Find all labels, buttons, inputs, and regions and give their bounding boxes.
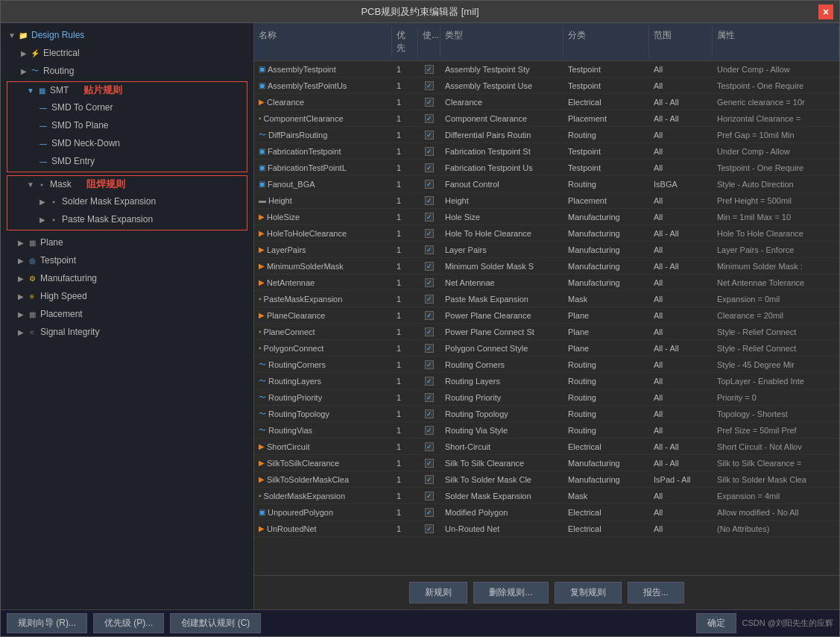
row-checkbox[interactable] xyxy=(425,295,434,304)
tree-item-routing[interactable]: ▶ 〜 Routing xyxy=(1,62,253,80)
tree-item-high-speed[interactable]: ▶ ≡ High Speed xyxy=(1,287,253,305)
tree-item-placement[interactable]: ▶ ▦ Placement xyxy=(1,305,253,323)
table-row[interactable]: 〜 RoutingPriority 1 Routing Priority Rou… xyxy=(254,389,839,406)
table-row[interactable]: ▶ NetAntennae 1 Net Antennae Manufacturi… xyxy=(254,274,839,291)
row-icon: 〜 xyxy=(259,360,266,370)
row-category: Testpoint xyxy=(563,80,649,92)
delete-rule-button[interactable]: 删除规则... xyxy=(473,582,548,603)
row-checkbox[interactable] xyxy=(425,524,434,533)
table-row[interactable]: ▪ ComponentClearance 1 Component Clearan… xyxy=(254,110,839,127)
table-row[interactable]: ▣ AssemblyTestpoint 1 Assembly Testpoint… xyxy=(254,61,839,78)
row-type: Hole To Hole Clearance xyxy=(440,228,563,239)
tree-item-testpoint[interactable]: ▶ ◎ Testpoint xyxy=(1,251,253,269)
table-row[interactable]: ▶ LayerPairs 1 Layer Pairs Manufacturing… xyxy=(254,242,839,258)
row-checkbox[interactable] xyxy=(425,377,434,386)
table-row[interactable]: ▶ HoleSize 1 Hole Size Manufacturing All… xyxy=(254,209,839,225)
close-button[interactable]: × xyxy=(818,4,833,19)
row-checkbox[interactable] xyxy=(425,442,434,451)
expand-icon: ▶ xyxy=(37,214,48,225)
expand-icon: ▶ xyxy=(16,273,26,283)
row-checkbox[interactable] xyxy=(425,492,434,501)
table-row[interactable]: ▶ SilkToSolderMaskClea 1 Silk To Solder … xyxy=(254,471,839,488)
copy-rule-button[interactable]: 复制规则 xyxy=(555,582,622,603)
table-row[interactable]: ▶ ShortCircuit 1 Short-Circuit Electrica… xyxy=(254,439,839,455)
row-checkbox[interactable] xyxy=(425,81,434,90)
tree-item-smd-corner[interactable]: — SMD To Corner xyxy=(7,98,247,116)
table-row[interactable]: ▬ Height 1 Height Placement All Pref Hei… xyxy=(254,192,839,209)
tree-item-electrical[interactable]: ▶ ⚡ Electrical xyxy=(1,44,253,62)
tree-item-paste-mask[interactable]: ▶ ▪ Paste Mask Expansion xyxy=(7,210,247,228)
row-checkbox[interactable] xyxy=(425,311,434,320)
row-checkbox[interactable] xyxy=(425,131,434,139)
row-checkbox[interactable] xyxy=(425,213,434,222)
row-checkbox[interactable] xyxy=(425,410,434,418)
row-checkbox[interactable] xyxy=(425,196,434,205)
table-row[interactable]: 〜 RoutingLayers 1 Routing Layers Routing… xyxy=(254,373,839,389)
row-checkbox[interactable] xyxy=(425,459,434,468)
row-checkbox[interactable] xyxy=(425,163,434,172)
row-checkbox[interactable] xyxy=(425,344,434,353)
row-checkbox[interactable] xyxy=(425,180,434,189)
tree-item-solder-mask[interactable]: ▶ ▪ Solder Mask Expansion xyxy=(7,192,247,210)
table-row[interactable]: ▪ PolygonConnect 1 Polygon Connect Style… xyxy=(254,340,839,357)
row-checkbox[interactable] xyxy=(425,475,434,484)
ok-button[interactable]: 确定 xyxy=(696,613,736,633)
table-row[interactable]: 〜 RoutingVias 1 Routing Via Style Routin… xyxy=(254,422,839,439)
rules-wizard-button[interactable]: 规则向导 (R)... xyxy=(7,613,87,633)
row-type: Fabrication Testpoint Us xyxy=(440,162,563,174)
table-row[interactable]: ▣ AssemblyTestPointUs 1 Assembly Testpoi… xyxy=(254,78,839,94)
table-row[interactable]: ▣ FabricationTestPointL 1 Fabrication Te… xyxy=(254,160,839,176)
tree-item-smd-neckdown[interactable]: — SMD Neck-Down xyxy=(7,134,247,152)
row-checkbox[interactable] xyxy=(425,327,434,336)
table-row[interactable]: ▣ FabricationTestpoint 1 Fabrication Tes… xyxy=(254,143,839,160)
table-row[interactable]: 〜 RoutingTopology 1 Routing Topology Rou… xyxy=(254,406,839,422)
expand-icon: ▶ xyxy=(16,237,26,248)
table-row[interactable]: ▶ Clearance 1 Clearance Electrical All -… xyxy=(254,94,839,110)
tree-item-design-rules[interactable]: ▼ 📁 Design Rules xyxy=(1,26,253,44)
table-row[interactable]: ▪ PlaneConnect 1 Power Plane Connect St … xyxy=(254,324,839,340)
create-default-button[interactable]: 创建默认规则 (C) xyxy=(170,613,261,633)
row-checkbox[interactable] xyxy=(425,98,434,107)
row-checkbox[interactable] xyxy=(425,245,434,254)
row-icon: ▶ xyxy=(259,459,265,467)
tree-item-smd-plane[interactable]: — SMD To Plane xyxy=(7,116,247,134)
row-scope: All xyxy=(649,506,713,518)
row-checkbox[interactable] xyxy=(425,426,434,435)
row-icon: ▪ xyxy=(259,492,262,500)
row-name: LayerPairs xyxy=(267,245,306,254)
row-checkbox[interactable] xyxy=(425,393,434,402)
row-checkbox[interactable] xyxy=(425,508,434,517)
new-rule-button[interactable]: 新规则 xyxy=(409,582,467,603)
table-row[interactable]: ▶ HoleToHoleClearance 1 Hole To Hole Cle… xyxy=(254,225,839,242)
table-row[interactable]: ▪ PasteMaskExpansion 1 Paste Mask Expans… xyxy=(254,291,839,307)
table-row[interactable]: ▣ Fanout_BGA 1 Fanout Control Routing Is… xyxy=(254,176,839,192)
tree-label: SMD To Corner xyxy=(51,102,113,113)
row-name: NetAntennae xyxy=(267,278,315,287)
table-row[interactable]: ▣ UnpouredPolygon 1 Modified Polygon Ele… xyxy=(254,504,839,521)
table-row[interactable]: ▶ PlaneClearance 1 Power Plane Clearance… xyxy=(254,307,839,324)
tree-item-smd-entry[interactable]: — SMD Entry xyxy=(7,152,247,170)
table-row[interactable]: ▶ UnRoutedNet 1 Un-Routed Net Electrical… xyxy=(254,521,839,537)
tree-item-signal-integrity[interactable]: ▶ ≈ Signal Integrity xyxy=(1,323,253,341)
table-row[interactable]: 〜 RoutingCorners 1 Routing Corners Routi… xyxy=(254,357,839,373)
tree-item-manufacturing[interactable]: ▶ ⚙ Manufacturing xyxy=(1,269,253,287)
row-checkbox[interactable] xyxy=(425,262,434,271)
row-attr: Clearance = 20mil xyxy=(713,310,839,321)
row-checkbox[interactable] xyxy=(425,229,434,238)
row-checkbox[interactable] xyxy=(425,360,434,369)
table-row[interactable]: ▶ MinimumSolderMask 1 Minimum Solder Mas… xyxy=(254,258,839,274)
table-row[interactable]: 〜 DiffPairsRouting 1 Differential Pairs … xyxy=(254,127,839,143)
table-row[interactable]: ▶ SilkToSilkClearance 1 Silk To Silk Cle… xyxy=(254,455,839,471)
table-row[interactable]: ▪ SolderMaskExpansion 1 Solder Mask Expa… xyxy=(254,488,839,504)
row-checkbox[interactable] xyxy=(425,278,434,287)
th-attr: 属性 xyxy=(713,26,839,57)
priority-button[interactable]: 优先级 (P)... xyxy=(93,613,164,633)
row-checkbox[interactable] xyxy=(425,65,434,74)
row-use xyxy=(418,408,440,420)
report-button[interactable]: 报告... xyxy=(628,582,684,603)
row-checkbox[interactable] xyxy=(425,147,434,156)
row-checkbox[interactable] xyxy=(425,114,434,123)
tree-item-plane[interactable]: ▶ ▦ Plane xyxy=(1,230,253,251)
row-attr: Testpoint - One Require xyxy=(713,162,839,174)
row-use xyxy=(418,277,440,289)
